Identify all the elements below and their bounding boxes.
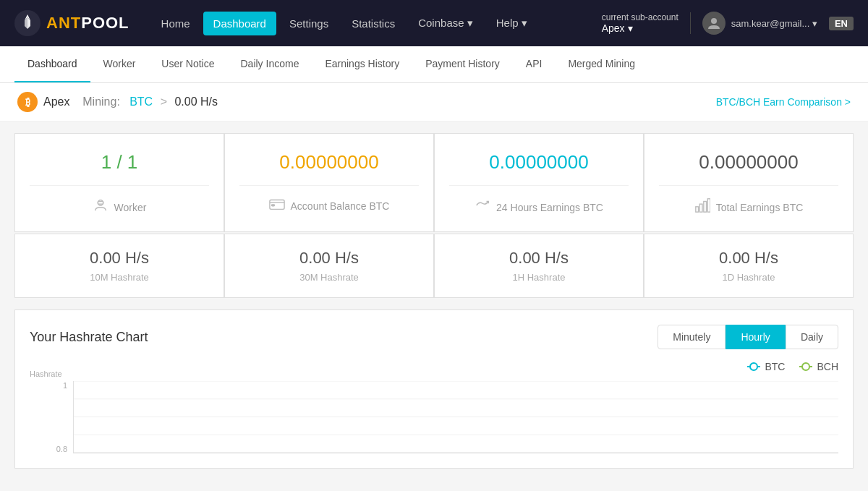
balance-label: Account Balance BTC: [269, 197, 390, 214]
btc-link[interactable]: BTC: [129, 95, 153, 108]
balance-value: 0.00000000: [279, 151, 378, 174]
hashrate-1d-value: 0.00 H/s: [659, 249, 838, 268]
main-content: 1 / 1 Worker 0.00000000: [0, 121, 868, 480]
svg-rect-5: [271, 205, 274, 206]
divider: [449, 185, 629, 186]
total-earnings-value: 0.00000000: [699, 151, 798, 174]
subnav-worker[interactable]: Worker: [90, 46, 149, 82]
stats-row: 1 / 1 Worker 0.00000000: [14, 133, 854, 232]
svg-rect-9: [707, 199, 710, 212]
subnav-api[interactable]: API: [513, 46, 556, 82]
daily-button[interactable]: Daily: [786, 325, 838, 349]
divider: [659, 185, 838, 186]
hashrate-10m-label: 10M Hashrate: [30, 272, 209, 283]
nav-dashboard[interactable]: Dashboard: [203, 12, 276, 35]
svg-rect-7: [699, 204, 702, 212]
nav-settings[interactable]: Settings: [279, 12, 339, 35]
chart-controls: Minutely Hourly Daily: [658, 325, 838, 349]
subnav-payment-history[interactable]: Payment History: [412, 46, 513, 82]
breadcrumb-left: ₿ Apex Mining: BTC > 0.00 H/s: [17, 92, 218, 112]
nav-statistics[interactable]: Statistics: [341, 12, 405, 35]
hashrate-10m-value: 0.00 H/s: [30, 249, 209, 268]
subnav-earnings-history[interactable]: Earnings History: [312, 46, 412, 82]
subnav-user-notice[interactable]: User Notice: [148, 46, 227, 82]
worker-value: 1 / 1: [101, 151, 138, 174]
subnav-dashboard[interactable]: Dashboard: [14, 46, 90, 82]
sub-account: current sub-account Apex ▾: [602, 12, 691, 34]
worker-card: 1 / 1 Worker: [15, 134, 224, 231]
logo-text: ANTPOOL: [46, 14, 129, 33]
nav-right: current sub-account Apex ▾ sam.kear@gmai…: [602, 12, 854, 35]
divider: [30, 185, 209, 186]
svg-point-1: [711, 18, 717, 24]
hashrate-1h: 0.00 H/s 1H Hashrate: [435, 234, 643, 297]
btc-bch-comparison-link[interactable]: BTC/BCH Earn Comparison >: [716, 96, 851, 108]
sub-navigation: Dashboard Worker User Notice Daily Incom…: [0, 46, 868, 83]
account-name-breadcrumb: Apex: [43, 95, 69, 108]
nav-home[interactable]: Home: [151, 12, 200, 35]
sub-account-label: current sub-account: [602, 12, 678, 22]
svg-point-2: [98, 200, 103, 205]
total-icon: [694, 197, 710, 217]
divider: [239, 185, 419, 186]
hashrate-30m-label: 30M Hashrate: [239, 272, 419, 283]
worker-icon: [93, 197, 109, 217]
user-info[interactable]: sam.kear@gmail... ▾: [702, 12, 817, 35]
earnings24h-label: 24 Hours Earnings BTC: [475, 197, 603, 217]
svg-rect-6: [696, 207, 699, 212]
hashrate-1h-label: 1H Hashrate: [449, 272, 629, 283]
total-earnings-label: Total Earnings BTC: [694, 197, 804, 217]
bch-legend-label: BCH: [817, 361, 838, 372]
breadcrumb: Apex Mining: BTC > 0.00 H/s: [43, 95, 218, 108]
hashrate-1h-value: 0.00 H/s: [449, 249, 629, 268]
minutely-button[interactable]: Minutely: [658, 325, 726, 349]
chart-svg: [74, 381, 838, 453]
nav-coinbase[interactable]: Coinbase ▾: [408, 11, 483, 35]
chart-area: Hashrate 1 0.8: [30, 381, 838, 453]
total-earnings-card: 0.00000000 Total Earnings BTC: [644, 134, 853, 231]
mining-label: Mining:: [82, 95, 120, 108]
earnings-icon: [475, 197, 490, 217]
btc-legend-label: BTC: [765, 361, 785, 372]
btc-legend-dot: [747, 366, 760, 367]
legend-bch: BCH: [799, 361, 838, 372]
bch-legend-dot: [799, 366, 812, 367]
worker-label: Worker: [93, 197, 147, 217]
hashrate-display: 0.00 H/s: [174, 95, 218, 108]
logo[interactable]: ANTPOOL: [14, 10, 129, 36]
btc-coin-icon: ₿: [17, 92, 38, 112]
user-email[interactable]: sam.kear@gmail... ▾: [731, 18, 817, 29]
legend-btc: BTC: [747, 361, 785, 372]
hashrate-30m-value: 0.00 H/s: [239, 249, 419, 268]
avatar: [702, 12, 726, 35]
nav-help[interactable]: Help ▾: [486, 11, 537, 35]
hashrate-30m: 0.00 H/s 30M Hashrate: [225, 234, 433, 297]
chart-plot: [73, 381, 838, 453]
hourly-button[interactable]: Hourly: [726, 325, 785, 349]
chart-legend: BTC BCH: [30, 361, 838, 372]
y-label-08: 0.8: [56, 445, 67, 453]
chart-title: Your Hashrate Chart: [30, 330, 148, 345]
y-axis: 1 0.8: [30, 381, 73, 453]
chart-section: Your Hashrate Chart Minutely Hourly Dail…: [14, 309, 854, 469]
balance-card: 0.00000000 Account Balance BTC: [225, 134, 433, 231]
hashrate-1d: 0.00 H/s 1D Hashrate: [644, 234, 853, 297]
svg-rect-8: [704, 202, 707, 213]
hashrate-1d-label: 1D Hashrate: [659, 272, 838, 283]
nav-links: Home Dashboard Settings Statistics Coinb…: [151, 11, 602, 35]
lang-badge[interactable]: EN: [829, 17, 854, 30]
svg-rect-3: [98, 202, 103, 205]
subnav-merged-mining[interactable]: Merged Mining: [555, 46, 648, 82]
chart-header: Your Hashrate Chart Minutely Hourly Dail…: [30, 325, 838, 349]
y-label-1: 1: [63, 381, 67, 390]
logo-icon: [14, 10, 41, 36]
earnings24h-card: 0.00000000 24 Hours Earnings BTC: [435, 134, 643, 231]
breadcrumb-bar: ₿ Apex Mining: BTC > 0.00 H/s BTC/BCH Ea…: [0, 83, 868, 121]
hashrate-row: 0.00 H/s 10M Hashrate 0.00 H/s 30M Hashr…: [14, 234, 854, 298]
hashrate-10m: 0.00 H/s 10M Hashrate: [15, 234, 224, 297]
breadcrumb-separator: >: [161, 95, 171, 108]
account-name[interactable]: Apex ▾: [602, 22, 678, 34]
subnav-daily-income[interactable]: Daily Income: [228, 46, 312, 82]
earnings24h-value: 0.00000000: [489, 151, 588, 174]
y-axis-title: Hashrate: [30, 370, 62, 378]
